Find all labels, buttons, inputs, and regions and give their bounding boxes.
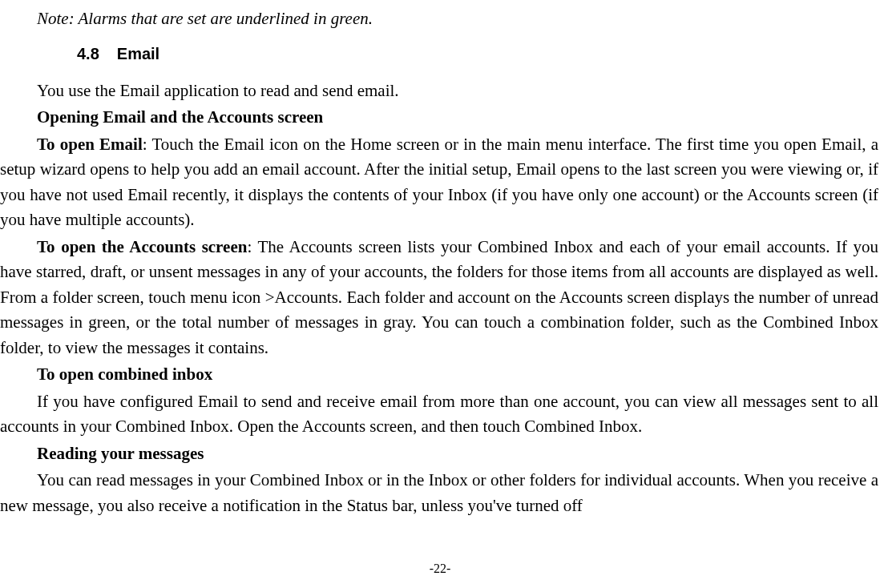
subheading-opening: Opening Email and the Accounts screen	[37, 105, 878, 131]
subheading-reading-messages: Reading your messages	[37, 441, 878, 467]
section-number: 4.8	[77, 42, 99, 66]
section-title: Email	[117, 45, 159, 62]
page-number: -22-	[0, 559, 880, 578]
subheading-combined-inbox: To open combined inbox	[37, 362, 878, 388]
paragraph-open-email: To open Email: Touch the Email icon on t…	[0, 132, 878, 233]
section-heading: 4.8Email	[77, 42, 878, 66]
paragraph-combined-inbox: If you have configured Email to send and…	[0, 389, 878, 440]
bold-label: To open the Accounts screen	[37, 237, 247, 256]
document-page: Note: Alarms that are set are underlined…	[0, 6, 880, 518]
note-text: Note: Alarms that are set are underlined…	[37, 6, 878, 32]
paragraph-reading-messages: You can read messages in your Combined I…	[0, 468, 878, 518]
paragraph-accounts-screen: To open the Accounts screen: The Account…	[0, 235, 878, 361]
bold-label: To open Email	[37, 135, 143, 154]
intro-paragraph: You use the Email application to read an…	[0, 79, 878, 104]
